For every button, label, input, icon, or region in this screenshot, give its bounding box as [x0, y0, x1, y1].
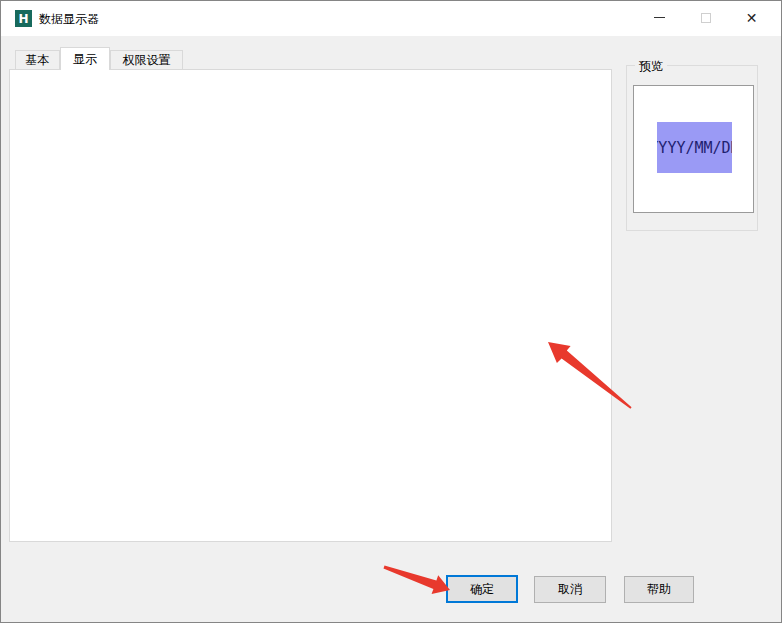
maximize-button — [683, 1, 728, 34]
display-tab-page — [9, 69, 612, 542]
cancel-button[interactable]: 取消 — [534, 576, 606, 603]
close-icon: ✕ — [746, 11, 758, 25]
preview-group-title: 预览 — [635, 58, 667, 75]
ok-button[interactable]: 确定 — [446, 575, 518, 603]
tab-permission[interactable]: 权限设置 — [110, 50, 183, 70]
window-title: 数据显示器 — [39, 11, 99, 28]
maximize-icon — [701, 13, 711, 23]
preview-text: YYYY/MM/DD — [657, 139, 732, 157]
preview-data-display: YYYY/MM/DD — [657, 122, 732, 173]
app-icon: H — [15, 10, 32, 27]
close-button[interactable]: ✕ — [729, 1, 774, 34]
tab-display[interactable]: 显示 — [60, 47, 110, 70]
help-button[interactable]: 帮助 — [624, 576, 694, 603]
tab-basic[interactable]: 基本 — [15, 50, 60, 70]
minimize-icon — [654, 17, 665, 18]
annotation-arrow-ok — [384, 566, 451, 595]
titlebar: H 数据显示器 ✕ — [1, 1, 781, 36]
data-display-dialog: H 数据显示器 ✕ 基本 显示 权限设置 字体 字体: 汉字库字体 字体大小: … — [0, 0, 782, 623]
minimize-button[interactable] — [637, 1, 682, 34]
